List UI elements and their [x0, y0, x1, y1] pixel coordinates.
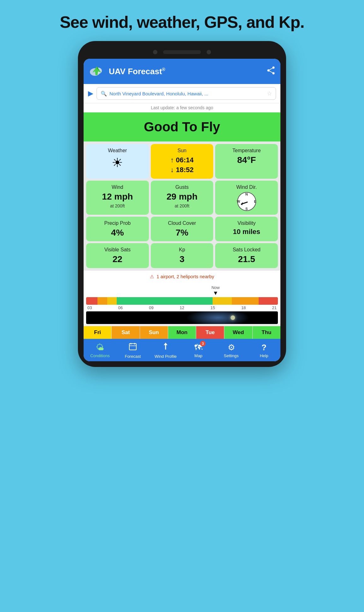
cloud-cover-label: Cloud Cover [168, 220, 196, 226]
nav-settings[interactable]: ⚙ Settings [219, 343, 244, 358]
weather-card: Weather ☀ [86, 144, 149, 179]
data-grid: Weather ☀ Sun ↑ 06:14 ↓ 18:52 Temperatur… [84, 141, 280, 271]
night-glow [186, 311, 250, 324]
app-header: UAV Forecast® [84, 59, 280, 84]
camera-dot-left [153, 50, 157, 54]
settings-icon: ⚙ [228, 343, 235, 352]
timeline-night-bar [86, 311, 278, 324]
phone-shell: UAV Forecast® ▶ 🔍 North Vineyard Bouleva… [78, 41, 286, 367]
weather-icon: ☀ [112, 155, 123, 170]
tl-label-15: 15 [210, 305, 215, 310]
nav-map[interactable]: 🗺 3 Map [186, 343, 211, 358]
visible-sats-value: 22 [113, 255, 122, 264]
nav-help[interactable]: ? Help [251, 343, 277, 358]
now-label: Now [211, 285, 220, 290]
svg-line-7 [268, 68, 273, 70]
visibility-label: Visibility [238, 220, 256, 226]
location-icon[interactable]: ▶ [88, 89, 93, 98]
tl-label-09: 09 [149, 305, 153, 310]
search-icon: 🔍 [101, 91, 107, 97]
sun-label: Sun [178, 148, 186, 153]
timeline-labels: 03 06 09 12 15 18 21 [86, 305, 278, 310]
wind-card: Wind 12 mph at 200ft [86, 181, 149, 215]
cloud-cover-card: Cloud Cover 7% [151, 217, 214, 242]
visible-sats-card: Visible Sats 22 [86, 243, 149, 268]
compass: N S E W [237, 192, 256, 211]
kp-label: Kp [179, 247, 185, 253]
kp-value: 3 [179, 255, 185, 264]
bottom-nav: 🌤 Conditions Forecast [84, 339, 280, 361]
day-tab-sat[interactable]: Sat [112, 326, 140, 339]
map-label: Map [194, 353, 202, 358]
conditions-icon: 🌤 [96, 343, 104, 352]
day-tab-thu[interactable]: Thu [253, 326, 280, 339]
visible-sats-label: Visible Sats [104, 247, 131, 253]
share-icon[interactable] [267, 66, 275, 77]
search-bar[interactable]: 🔍 North Vineyard Boulevard, Honolulu, Ha… [97, 87, 276, 100]
visibility-card: Visibility 10 miles [215, 217, 278, 242]
day-tab-sun[interactable]: Sun [140, 326, 168, 339]
gusts-label: Gusts [175, 184, 189, 190]
weather-label: Weather [108, 148, 127, 153]
map-badge: 3 [200, 341, 206, 346]
kp-card: Kp 3 [151, 243, 214, 268]
day-tab-fri[interactable]: Fri [84, 326, 112, 339]
nav-conditions[interactable]: 🌤 Conditions [87, 343, 113, 358]
tl-label-12: 12 [180, 305, 184, 310]
help-label: Help [260, 353, 268, 358]
wind-dir-card: Wind Dir. N S E W [215, 181, 278, 215]
nav-wind-profile[interactable]: Wind Profile [153, 342, 178, 359]
app-screen: UAV Forecast® ▶ 🔍 North Vineyard Bouleva… [84, 59, 280, 361]
wind-sub: at 200ft [110, 203, 125, 208]
favorite-icon[interactable]: ☆ [267, 90, 272, 97]
precip-value: 4% [111, 228, 124, 238]
sun-card: Sun ↑ 06:14 ↓ 18:52 [151, 144, 214, 179]
wind-profile-icon [161, 342, 170, 353]
status-banner: Good To Fly [84, 112, 280, 141]
airport-warning-text: 1 airport, 2 heliports nearby [156, 274, 214, 279]
wind-dir-label: Wind Dir. [236, 184, 257, 190]
day-tab-wed[interactable]: Wed [224, 326, 252, 339]
speaker-bar [163, 50, 201, 54]
tl-label-06: 06 [118, 305, 123, 310]
forecast-label: Forecast [125, 354, 141, 359]
last-update-text: Last update: a few seconds ago [84, 103, 280, 112]
phone-top-bar [84, 50, 280, 54]
map-icon: 🗺 3 [194, 343, 203, 352]
day-tab-mon[interactable]: Mon [168, 326, 196, 339]
app-title: UAV Forecast® [109, 67, 263, 76]
now-arrow: ▼ [213, 290, 218, 297]
page-headline: See wind, weather, GPS, and Kp. [60, 13, 304, 32]
settings-label: Settings [224, 353, 239, 358]
tl-label-03: 03 [87, 305, 92, 310]
day-tab-tue[interactable]: Tue [196, 326, 224, 339]
cloud-cover-value: 7% [176, 228, 188, 238]
timeline-color-bar [86, 297, 278, 305]
sats-locked-label: Sats Locked [233, 247, 261, 253]
svg-marker-10 [241, 202, 243, 205]
gusts-card: Gusts 29 mph at 200ft [151, 181, 214, 215]
tl-label-18: 18 [241, 305, 246, 310]
precip-card: Precip Prob 4% [86, 217, 149, 242]
forecast-icon [128, 342, 137, 353]
sats-locked-value: 21.5 [238, 255, 255, 264]
temperature-value: 84°F [237, 155, 256, 165]
gusts-sub: at 200ft [175, 203, 190, 208]
search-location-text: North Vineyard Boulevard, Honolulu, Hawa… [109, 91, 264, 96]
svg-marker-16 [164, 343, 167, 345]
conditions-label: Conditions [90, 353, 109, 358]
wind-value: 12 mph [102, 192, 133, 202]
wind-profile-label: Wind Profile [155, 354, 177, 359]
sunrise-time: ↑ 06:14 [170, 155, 193, 165]
app-logo [89, 63, 105, 80]
gusts-value: 29 mph [167, 192, 197, 202]
temperature-label: Temperature [232, 148, 261, 153]
tl-label-21: 21 [272, 305, 276, 310]
camera-dot-right [207, 50, 211, 54]
help-icon: ? [261, 343, 267, 352]
visibility-value: 10 miles [233, 228, 260, 236]
temperature-card: Temperature 84°F [215, 144, 278, 179]
day-tabs[interactable]: Fri Sat Sun Mon Tue Wed Thu [84, 326, 280, 339]
nav-forecast[interactable]: Forecast [120, 342, 145, 359]
wind-label: Wind [112, 184, 123, 190]
